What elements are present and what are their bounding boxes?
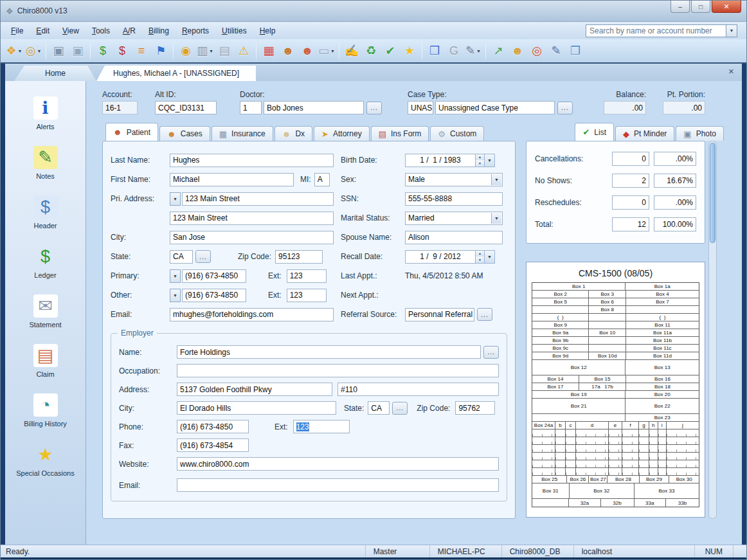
menu-item[interactable]: Edit [30,24,56,38]
spin-down-icon[interactable]: ▼ [476,160,484,167]
primary-phone-dropdown-button[interactable]: ▼ [170,269,181,283]
vertical-scrollbar[interactable] [708,141,717,519]
combo-arrow-icon[interactable]: ▼ [491,174,501,185]
favorites-star-button[interactable]: ★ [400,41,419,60]
birth-date-value[interactable]: 1 / 1 / 1983 [405,154,476,167]
spin-up-icon[interactable]: ▲ [476,251,484,257]
case-type-name-input[interactable]: Unassigned Case Type [435,101,555,114]
find-patient-button[interactable]: ◎▼ [24,41,43,60]
tab-cases[interactable]: ☻ Cases [159,126,210,141]
dropdown-arrow-icon[interactable]: ▼ [476,49,481,53]
tab-pt-minder[interactable]: ◆ Pt Minder [615,126,674,141]
primary-ext-input[interactable]: 123 [287,269,327,283]
sidebar-item-statement[interactable]: ✉ Statement [5,294,86,329]
employer-name-browse-button[interactable]: ... [483,346,499,359]
employer-zip-input[interactable]: 95762 [455,401,495,415]
employer-email-input[interactable] [177,478,499,492]
blocks-button[interactable]: ❒ [425,41,444,60]
staff-button[interactable]: ☻ [508,41,527,60]
spin-up-icon[interactable]: ▲ [476,154,484,161]
menu-item[interactable]: File [4,24,30,38]
close-button[interactable]: ✕ [712,1,741,13]
zip-input[interactable]: 95123 [275,250,323,264]
city-input[interactable]: San Jose [170,231,334,244]
occupation-input[interactable] [177,364,499,377]
post-charge-button[interactable]: $ [113,41,132,60]
employer-city-input[interactable]: El Dorado Hills [177,401,336,415]
sidebar-item-alerts[interactable]: ℹ Alerts [5,96,86,131]
tab-ins-form[interactable]: ▤ Ins Form [371,126,429,141]
dropdown-arrow-icon[interactable]: ▼ [330,49,335,53]
target-button[interactable]: ◎ [527,41,546,60]
app-window-button[interactable]: ❐ [566,41,585,60]
sidebar-item-ledger[interactable]: $ Ledger [5,245,86,279]
search-dropdown-button[interactable]: ▼ [726,24,737,37]
recall-date-calendar-dropdown[interactable]: ▼ [485,250,495,264]
dropdown-arrow-icon[interactable]: ▼ [18,49,22,53]
tab-dx[interactable]: ☻ Dx [274,126,312,141]
recall-date-value[interactable]: 1 / 9 / 2012 [405,250,476,264]
employer-address1-input[interactable]: 5137 Golden Foothill Pkwy [177,383,332,396]
edit-tools-button[interactable]: ✎ [546,41,566,60]
ledger-book-button[interactable]: ▭▼ [317,41,336,60]
patient-remove-button[interactable]: ☻ [278,41,298,60]
employer-name-input[interactable]: Forte Holdings [177,345,481,359]
sidebar-item-notes[interactable]: ✎ Notes [5,146,86,180]
tab-close-icon[interactable]: ✕ [728,68,734,76]
doctor-name-input[interactable]: Bob Jones [264,101,364,114]
scrollbar-thumb[interactable] [710,143,716,243]
employer-state-browse-button[interactable]: ... [392,402,408,415]
package-check-button[interactable]: ✔ [381,41,400,60]
payments-coin-button[interactable]: ◉ [176,41,195,60]
tab-home[interactable]: Home [14,66,96,81]
state-input[interactable]: CA [170,250,193,264]
birth-date-spinner[interactable]: ▲▼ [476,154,485,167]
calendar-button[interactable]: ▦ [259,41,278,60]
sidebar-item-special-occasions[interactable]: ★ Special Occasions [5,443,86,477]
birth-date-calendar-dropdown[interactable]: ▼ [485,154,495,167]
menu-item[interactable]: View [56,24,86,38]
tab-insurance[interactable]: ▦ Insurance [212,126,273,141]
doctor-browse-button[interactable]: ... [366,102,382,114]
post-payment-button[interactable]: $ [93,41,113,60]
address-line2-input[interactable]: 123 Main Street [170,212,334,225]
combo-arrow-icon[interactable]: ▼ [491,213,501,224]
tab-attorney[interactable]: ➤ Attorney [314,126,370,141]
title-bar[interactable]: ❖ Chiro8000 v13 – □ ✕ [1,1,746,21]
address-dropdown-button[interactable]: ▼ [170,192,181,206]
tab-custom[interactable]: ⚙ Custom [430,126,484,141]
pen-button[interactable]: ✎▼ [464,41,483,60]
signature-button[interactable]: ✍ [342,41,361,60]
sidebar-item-billing-history[interactable]: ◔ Billing History [5,393,86,428]
tab-list[interactable]: ✔ List [575,123,614,141]
first-name-input[interactable]: Michael [170,173,294,186]
server-button[interactable]: ▥▼ [195,41,215,60]
menu-item[interactable]: Billing [142,24,176,38]
flag-button[interactable]: ⚑ [151,41,170,60]
other-ext-input[interactable]: 123 [287,289,327,302]
tab-patient[interactable]: ☻ Patient [105,123,158,141]
menu-item[interactable]: Utilities [215,24,253,38]
employer-ext-input[interactable]: 123 [293,420,350,433]
case-type-browse-button[interactable]: ... [557,102,573,114]
state-browse-button[interactable]: ... [195,250,211,263]
patient-call-button[interactable]: ☻ [298,41,317,60]
chart-button[interactable]: ↗ [489,41,508,60]
open-patient-button[interactable]: ❖▼ [4,41,24,60]
menu-item[interactable]: Tools [86,24,116,38]
alt-id-input[interactable]: CQC_ID3131 [155,101,217,114]
primary-phone-input[interactable]: (916) 673-4850 [182,269,246,283]
transactions-button[interactable]: ≡ [132,41,151,60]
employer-state-input[interactable]: CA [368,401,390,415]
alerts-warning-button[interactable]: ⚠ [234,41,253,60]
minimize-button[interactable]: – [670,1,690,13]
sidebar-item-claim[interactable]: ▤ Claim [5,344,86,378]
tab-patient-document[interactable]: Hughes, Michael A - [UNASSIGNED] [96,66,256,81]
referral-source-browse-button[interactable]: ... [477,308,492,321]
spin-down-icon[interactable]: ▼ [476,257,484,263]
address-line1-input[interactable]: 123 Main Street [182,192,334,206]
mi-input[interactable]: A [314,173,330,186]
referral-source-input[interactable]: Personnal Referral : [405,308,474,321]
tab-photo[interactable]: ▣ Photo [676,126,724,141]
recall-date-spinner[interactable]: ▲▼ [476,250,485,264]
